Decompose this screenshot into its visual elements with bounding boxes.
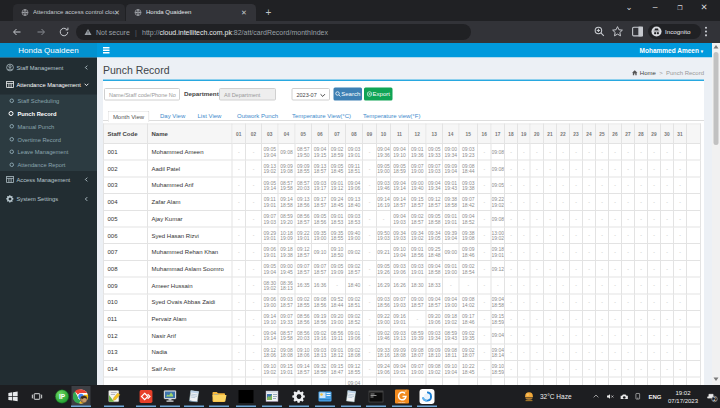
svg-text:PROFI: PROFI: [399, 401, 406, 403]
svg-text:IP: IP: [59, 393, 66, 400]
